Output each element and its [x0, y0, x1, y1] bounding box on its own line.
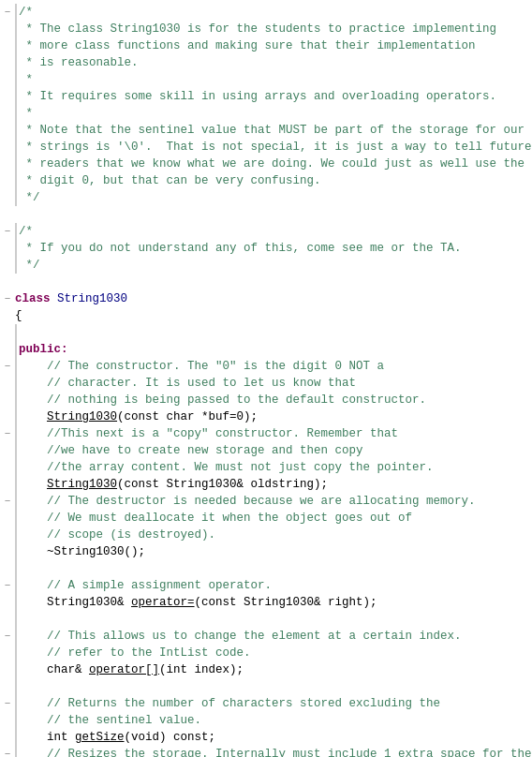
code-token: // scope (is destroyed). — [19, 527, 215, 543]
code-line: * — [0, 105, 532, 122]
code-line: * is reasonable. — [0, 54, 532, 71]
fold-indicator — [0, 88, 15, 105]
code-content: // refer to the IntList code. — [19, 645, 532, 661]
code-content: int getSize(void) const; — [19, 729, 532, 746]
code-content — [15, 274, 532, 290]
code-line: char& operator[](int index); — [0, 661, 532, 678]
code-content: // nothing is being passed to the defaul… — [19, 392, 532, 408]
code-line: − //This next is a "copy" constructor. R… — [0, 425, 532, 442]
code-token: //we have to create new storage and then… — [19, 442, 363, 459]
fold-indicator[interactable]: − — [0, 493, 15, 510]
code-content: // Resizes the storage. Internally must … — [19, 746, 532, 757]
fold-indicator[interactable]: − — [0, 695, 15, 712]
code-content: String1030(const char *buf=0); — [19, 408, 532, 425]
code-token: // nothing is being passed to the defaul… — [19, 392, 426, 408]
code-token: (const String1030& right); — [195, 594, 377, 611]
fold-indicator — [0, 661, 15, 678]
code-line: * If you do not understand any of this, … — [0, 240, 532, 257]
code-line: * digit 0, but that can be very confusin… — [0, 172, 532, 189]
code-content: /* — [19, 223, 532, 240]
code-content: * readers that we know what we are doing… — [19, 156, 532, 172]
code-token: int — [19, 729, 75, 746]
fold-indicator — [0, 122, 15, 139]
fold-indicator[interactable]: − — [0, 746, 15, 757]
code-token — [19, 476, 47, 493]
code-content — [19, 611, 532, 628]
code-line — [0, 611, 532, 628]
fold-indicator[interactable]: − — [0, 358, 15, 375]
code-line — [0, 678, 532, 695]
fold-indicator — [0, 71, 15, 88]
fold-indicator — [0, 560, 15, 577]
fold-indicator — [0, 54, 15, 71]
code-token: String1030 — [47, 476, 117, 493]
code-content: * Note that the sentinel value that MUST… — [19, 122, 532, 139]
code-token: * more class functions and making sure t… — [19, 37, 476, 54]
code-token: * If you do not understand any of this, … — [19, 240, 462, 257]
code-line: String1030(const char *buf=0); — [0, 408, 532, 425]
fold-indicator — [0, 21, 15, 37]
code-token: public: — [19, 341, 68, 358]
fold-indicator[interactable]: − — [0, 425, 15, 442]
fold-indicator[interactable]: − — [0, 4, 15, 21]
fold-indicator — [0, 611, 15, 628]
fold-indicator — [0, 189, 15, 206]
fold-indicator[interactable]: − — [0, 290, 15, 307]
code-token: // Resizes the storage. Internally must … — [19, 746, 532, 757]
code-content: /* — [19, 4, 532, 21]
code-line — [0, 274, 532, 290]
fold-indicator[interactable]: − — [0, 577, 15, 594]
code-content: ~String1030(); — [19, 543, 532, 560]
fold-indicator — [0, 712, 15, 729]
code-content: // A simple assignment operator. — [19, 577, 532, 594]
code-content: * digit 0, but that can be very confusin… — [19, 172, 532, 189]
code-token: String1030 — [47, 408, 117, 425]
fold-indicator — [0, 392, 15, 408]
code-line: // the sentinel value. — [0, 712, 532, 729]
code-token: (void) const; — [125, 729, 216, 746]
code-token: // character. It is used to let us know … — [19, 375, 356, 392]
code-token: ~String1030(); — [19, 543, 145, 560]
fold-indicator[interactable]: − — [0, 223, 15, 240]
code-token: String1030& — [19, 594, 131, 611]
code-token: * It requires some skill in using arrays… — [19, 88, 496, 105]
code-content: * It requires some skill in using arrays… — [19, 88, 532, 105]
code-line: // nothing is being passed to the defaul… — [0, 392, 532, 408]
code-token: String1030 — [57, 290, 127, 307]
code-line: − // The constructor. The "0" is the dig… — [0, 358, 532, 375]
code-token: */ — [19, 257, 40, 274]
fold-indicator — [0, 645, 15, 661]
code-content: class String1030 — [15, 290, 532, 307]
code-content: * strings is '\0'. That is not special, … — [19, 139, 532, 156]
fold-indicator — [0, 105, 15, 122]
fold-indicator — [0, 510, 15, 527]
code-token: (const char *buf=0); — [117, 408, 258, 425]
code-line: //we have to create new storage and then… — [0, 442, 532, 459]
code-content: * If you do not understand any of this, … — [19, 240, 532, 257]
fold-indicator — [0, 307, 15, 324]
fold-indicator — [0, 527, 15, 543]
fold-indicator — [0, 341, 15, 358]
code-line: − // Returns the number of characters st… — [0, 695, 532, 712]
code-content: * is reasonable. — [19, 54, 532, 71]
code-line: * strings is '\0'. That is not special, … — [0, 139, 532, 156]
code-content — [19, 324, 532, 341]
code-token: class — [15, 290, 57, 307]
code-line — [0, 324, 532, 341]
code-editor: −/* * The class String1030 is for the st… — [0, 0, 532, 757]
code-token: /* — [19, 223, 33, 240]
code-token: * strings is '\0'. That is not special, … — [19, 139, 532, 156]
code-token: operator= — [131, 594, 195, 611]
code-line: −/* — [0, 223, 532, 240]
code-line — [0, 206, 532, 223]
fold-indicator — [0, 543, 15, 560]
code-content: // Returns the number of characters stor… — [19, 695, 532, 712]
code-content: // scope (is destroyed). — [19, 527, 532, 543]
code-token: * Note that the sentinel value that MUST… — [19, 122, 525, 139]
code-content: * more class functions and making sure t… — [19, 37, 532, 54]
fold-indicator — [0, 442, 15, 459]
code-content: //we have to create new storage and then… — [19, 442, 532, 459]
code-line: */ — [0, 189, 532, 206]
code-token: // the sentinel value. — [19, 712, 201, 729]
fold-indicator[interactable]: − — [0, 628, 15, 645]
